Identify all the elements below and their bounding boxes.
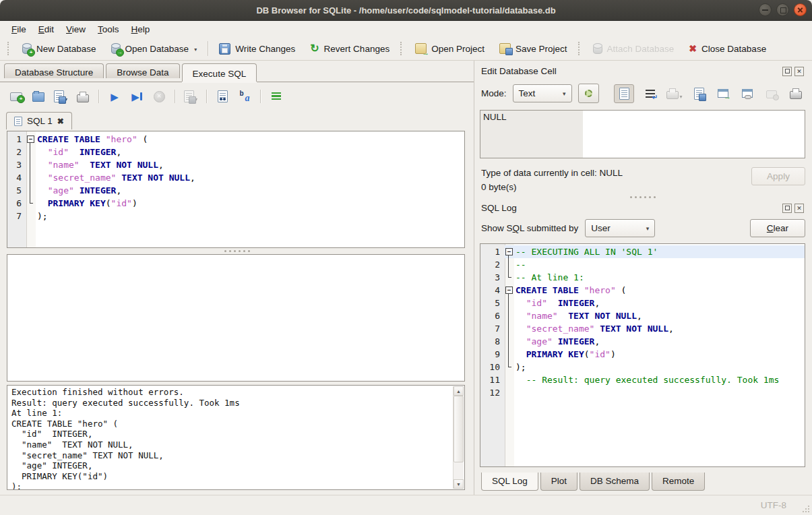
save-results-button: ▾ xyxy=(183,89,199,104)
edit-cell-float-button[interactable] xyxy=(782,67,792,76)
edit-cell-close-button[interactable]: ✕ xyxy=(794,67,804,76)
editor-splitter[interactable] xyxy=(0,248,474,254)
toolbar-drag-handle[interactable] xyxy=(578,42,582,55)
apply-button[interactable]: Apply xyxy=(751,167,805,185)
cell-editor-toolbar: ▾ → xyxy=(614,84,805,103)
open-in-app-button[interactable]: → xyxy=(715,86,731,101)
tab-database-structure[interactable]: Database Structure xyxy=(4,63,104,78)
scroll-thumb[interactable] xyxy=(454,396,464,462)
open-sql-tab-button[interactable]: + xyxy=(8,89,24,104)
resize-grip[interactable] xyxy=(802,505,810,513)
open-project-button[interactable]: → Open Project xyxy=(408,40,492,57)
tab-execute-sql[interactable]: Execute SQL xyxy=(182,63,257,82)
menu-help[interactable]: Help xyxy=(125,22,156,36)
code-line: 4CREATE TABLE "hero" ( xyxy=(480,284,805,297)
close-database-icon: ✖ xyxy=(689,43,697,54)
cell-value: NULL xyxy=(483,112,507,122)
sql-log-float-button[interactable] xyxy=(782,204,792,213)
link-button[interactable] xyxy=(739,86,755,101)
save-project-button[interactable]: Save Project xyxy=(492,40,575,57)
results-grid-pane xyxy=(7,254,465,382)
mode-label: Mode: xyxy=(481,88,507,98)
export-icon xyxy=(694,88,704,100)
execute-line-button[interactable]: ▶ xyxy=(129,89,145,104)
code-line: 7); xyxy=(7,210,464,222)
execute-sql-pane: Database Structure Browse Data Execute S… xyxy=(0,61,474,495)
log-filter-select[interactable]: User ▾ xyxy=(585,219,655,237)
menu-file[interactable]: File xyxy=(5,22,32,36)
caret-down-icon: ▾ xyxy=(646,225,650,232)
cell-log-splitter[interactable] xyxy=(480,194,805,200)
tab-browse-data[interactable]: Browse Data xyxy=(106,63,179,78)
log-filter-row: Show SQL submitted by User ▾ Clear xyxy=(480,214,805,243)
scroll-down-icon[interactable]: ▼ xyxy=(454,479,464,489)
code-line: 3 "name" TEXT NOT NULL, xyxy=(7,158,464,171)
mode-value: Text xyxy=(519,88,536,98)
minimize-button[interactable] xyxy=(759,3,772,16)
format-sql-button[interactable] xyxy=(268,89,284,104)
statusbar: UTF-8 xyxy=(0,495,812,515)
open-sql-file-button[interactable] xyxy=(30,89,46,104)
tab-db-schema[interactable]: DB Schema xyxy=(580,473,650,491)
tab-sql-log[interactable]: SQL Log xyxy=(481,473,538,491)
format-icon xyxy=(272,92,281,100)
menu-edit[interactable]: Edit xyxy=(32,22,60,36)
find-replace-button[interactable]: ba xyxy=(237,89,253,104)
print-cell-button[interactable] xyxy=(788,86,804,101)
export-data-button[interactable] xyxy=(691,86,707,101)
close-database-button[interactable]: ✖ Close Database xyxy=(681,40,774,57)
code-line: 6 "name" TEXT NOT NULL, xyxy=(480,309,805,322)
log-filter-value: User xyxy=(591,223,611,233)
attach-database-icon xyxy=(593,43,602,54)
sql-log-view[interactable]: 1-- EXECUTING ALL IN 'SQL 1'2--3-- At li… xyxy=(480,243,805,467)
open-file-icon xyxy=(32,92,44,102)
tab-remote[interactable]: Remote xyxy=(652,473,705,491)
print-icon xyxy=(790,91,802,99)
scroll-track[interactable] xyxy=(454,396,464,479)
write-changes-button[interactable]: Write Changes xyxy=(212,40,303,58)
clear-log-button[interactable]: Clear xyxy=(750,219,805,237)
replace-icon: ba xyxy=(239,91,251,102)
open-database-button[interactable]: → Open Database ▾ xyxy=(104,40,205,57)
save-results-icon xyxy=(184,90,194,102)
sql-log-close-button[interactable]: ✕ xyxy=(794,204,804,213)
text-mode-button[interactable] xyxy=(614,84,634,103)
dock-panels: Edit Database Cell ✕ Mode: Text ▾ ▾ xyxy=(474,61,812,495)
cell-editor[interactable]: NULL xyxy=(480,110,805,158)
sql-tab-label: SQL 1 xyxy=(27,116,53,126)
close-button[interactable] xyxy=(794,3,807,16)
word-wrap-button[interactable] xyxy=(642,86,658,101)
code-line: 2-- xyxy=(480,258,805,271)
results-scrollbar[interactable]: ▲ ▼ xyxy=(453,386,464,489)
toolbar-drag-handle[interactable] xyxy=(7,42,11,55)
sql-file-tab[interactable]: SQL 1 ✖ xyxy=(6,112,72,129)
menu-tools[interactable]: Tools xyxy=(92,22,125,36)
text-document-icon xyxy=(619,88,629,100)
toolbar-drag-handle[interactable] xyxy=(400,42,404,55)
log-filter-label: Show SQL submitted by xyxy=(481,223,578,233)
print-sql-button[interactable] xyxy=(75,89,91,104)
chevron-down-icon[interactable]: ▾ xyxy=(194,47,197,54)
execute-all-button[interactable]: ▶ xyxy=(106,89,123,104)
scroll-up-icon[interactable]: ▲ xyxy=(454,386,464,396)
tab-plot[interactable]: Plot xyxy=(540,473,577,491)
mode-select[interactable]: Text ▾ xyxy=(513,84,572,102)
bottom-tabbar: SQL Log Plot DB Schema Remote xyxy=(480,473,805,491)
menu-view[interactable]: View xyxy=(60,22,92,36)
save-sql-file-button[interactable]: ▾ xyxy=(53,89,69,104)
sql-editor[interactable]: 1CREATE TABLE "hero" (2 "id" INTEGER,3 "… xyxy=(7,131,465,248)
new-database-button[interactable]: + New Database xyxy=(15,40,104,57)
sql-file-tabbar: SQL 1 ✖ xyxy=(0,109,474,131)
toolbar-separator xyxy=(208,41,208,56)
find-button[interactable] xyxy=(214,89,230,104)
code-line: 10); xyxy=(480,361,805,373)
maximize-button[interactable] xyxy=(776,3,789,16)
save-project-icon xyxy=(499,43,511,54)
results-text: Execution finished without errors. Resul… xyxy=(7,386,464,490)
sql-tab-close-icon[interactable]: ✖ xyxy=(57,118,64,125)
revert-changes-button[interactable]: ↻ Revert Changes xyxy=(303,40,397,57)
set-null-button xyxy=(763,86,780,101)
new-database-icon: + xyxy=(22,43,32,54)
auto-switch-mode-button[interactable] xyxy=(578,84,599,103)
cell-size-label: 0 byte(s) xyxy=(481,180,623,194)
